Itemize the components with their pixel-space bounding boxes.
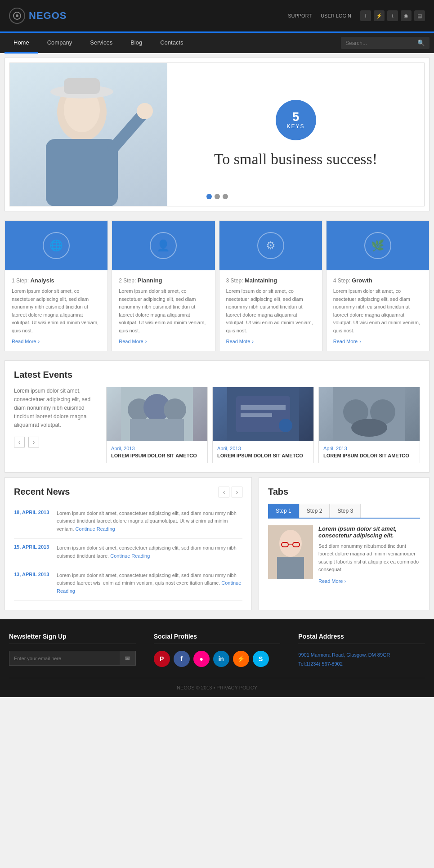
events-layout: Lorem ipsum dolor sit amet, consectetuer… (14, 387, 420, 463)
events-prev-btn[interactable]: ‹ (14, 437, 25, 447)
search-input[interactable] (341, 37, 413, 49)
step-label-1: 1 Step: Analysis (12, 277, 101, 284)
header-rss-icon[interactable]: ⚡ (374, 10, 385, 21)
news-item-3: 13, APRIL 2013 Lorem ipsum dolor sit ame… (14, 566, 242, 601)
login-link[interactable]: USER LOGIN (321, 13, 351, 18)
svg-point-10 (164, 398, 186, 421)
hero-person-svg (10, 67, 154, 206)
footer-social: Social Profiles P f ● in ⚡ S (154, 633, 281, 669)
header-twitter-icon[interactable]: t (387, 10, 398, 21)
tab-image (268, 525, 313, 579)
hero-slider: 5 KEYS To small business success! (9, 63, 425, 206)
event-date-1: April, 2013 (111, 446, 203, 451)
event-title-3: LOREM IPSUM DOLOR SIT AMETCO (323, 453, 415, 458)
footer-columns: Newsletter Sign Up ✉ Social Profiles P f… (9, 633, 425, 669)
event-title-1: LOREM IPSUM DOLOR SIT AMETCO (111, 453, 203, 458)
step-card-4: 🌿 4 Step: Growth Lorem ipsum dolor sit a… (326, 220, 430, 351)
read-more-3[interactable]: Read Mote (226, 339, 315, 344)
tab-read-more[interactable]: Read More › (318, 578, 346, 584)
steps-section: 🌐 1 Step: Analysis Lorem ipsum dolor sit… (4, 220, 430, 351)
search-button[interactable]: 🔍 (413, 37, 430, 49)
header-facebook-icon[interactable]: f (360, 10, 371, 21)
events-text-body: Lorem ipsum dolor sit amet, consectetuer… (14, 387, 99, 430)
step-icon-box-3: ⚙ (219, 221, 322, 270)
facebook-icon[interactable]: f (174, 651, 190, 667)
nav-contacts[interactable]: Contacts (151, 33, 192, 54)
newsletter-email-input[interactable] (9, 651, 120, 665)
tab-person-svg (268, 525, 313, 579)
skype-icon[interactable]: S (253, 651, 269, 667)
top-bar: NEGOS SUPPORT USER LOGIN f ⚡ t ◉ ▤ (0, 0, 434, 31)
header-feed-icon[interactable]: ◉ (401, 10, 412, 21)
tab-heading: Lorem ipsum dolor sit amet, consectetur … (318, 525, 420, 539)
events-next-btn[interactable]: › (28, 437, 39, 447)
recent-news-section: Recent News ‹ › 18, APRIL 2013 Lorem ips… (4, 477, 252, 611)
news-header: Recent News ‹ › (14, 487, 242, 497)
nav-links: Home Company Services Blog Contacts (4, 33, 192, 54)
continue-reading-1[interactable]: Continue Reading (76, 526, 115, 532)
hero-circle: 5 KEYS (276, 100, 316, 140)
dot-1[interactable] (206, 194, 212, 199)
tab-buttons: Step 1 Step 2 Step 3 (268, 504, 420, 519)
news-item-1: 18, APRIL 2013 Lorem ipsum dolor sit ame… (14, 504, 242, 539)
continue-reading-2[interactable]: Continue Reading (110, 553, 150, 559)
news-prev-btn[interactable]: ‹ (219, 487, 229, 497)
dot-3[interactable] (223, 194, 228, 199)
support-link[interactable]: SUPPORT (288, 13, 312, 18)
footer-newsletter: Newsletter Sign Up ✉ (9, 633, 136, 669)
news-item-2: 15, APRIL 2013 Lorem ipsum dolor sit ame… (14, 539, 242, 566)
header-extra-icon[interactable]: ▤ (414, 10, 425, 21)
postal-address: 9901 Marmora Road, Glasgow, DM 89GR (298, 651, 425, 660)
newsletter-submit-btn[interactable]: ✉ (120, 651, 135, 665)
nav-company[interactable]: Company (38, 33, 81, 54)
gear-icon: ⚙ (257, 232, 284, 259)
rss-icon[interactable]: ⚡ (233, 651, 249, 667)
nav-services[interactable]: Services (81, 33, 121, 54)
news-content-3: Lorem ipsum dolor sit amet, consectetuer… (57, 572, 242, 595)
read-more-4[interactable]: Read More (333, 339, 422, 344)
read-more-1[interactable]: Read More (12, 339, 101, 344)
event-card-2: April, 2013 LOREM IPSUM DOLOR SIT AMETCO (212, 387, 314, 463)
flickr-icon[interactable]: ● (193, 651, 210, 667)
event-svg-2 (227, 387, 299, 441)
events-arrows: ‹ › (14, 437, 99, 447)
social-title: Social Profiles (154, 633, 281, 644)
tab-step2-btn[interactable]: Step 2 (299, 504, 330, 518)
tab-text-content: Lorem ipsum dolor sit amet, consectetur … (318, 525, 420, 584)
logo: NEGOS (9, 8, 67, 24)
pinterest-icon[interactable]: P (154, 651, 170, 667)
news-date-1: 18, APRIL 2013 (14, 510, 50, 533)
tab-step3-btn[interactable]: Step 3 (330, 504, 361, 518)
event-img-2 (213, 387, 313, 441)
news-next-btn[interactable]: › (232, 487, 242, 497)
nav-home[interactable]: Home (4, 33, 38, 54)
hero-content: 5 KEYS To small business success! (167, 82, 424, 187)
step-card-3: ⚙ 3 Step: Maintaining Lorem ipsum dolor … (219, 220, 322, 351)
nav-bar: Home Company Services Blog Contacts 🔍 (0, 31, 434, 53)
hero-section: 5 KEYS To small business success! (4, 58, 430, 211)
tabs-title: Tabs (268, 487, 420, 497)
tab-body: Sed diam nonummy nibuismod tincidunt lao… (318, 542, 420, 574)
tab-content: Lorem ipsum dolor sit amet, consectetur … (268, 525, 420, 584)
logo-icon (9, 8, 25, 24)
search-box: 🔍 (341, 37, 430, 49)
event-card-1: April, 2013 LOREM IPSUM DOLOR SIT AMETCO (106, 387, 208, 463)
step-card-2: 👤 2 Step: Planning Lorem ipsum dolor sit… (112, 220, 215, 351)
events-description: Lorem ipsum dolor sit amet, consectetuer… (14, 387, 99, 463)
step-icon-box-1: 🌐 (5, 221, 107, 270)
dot-2[interactable] (215, 194, 220, 199)
linkedin-icon[interactable]: in (213, 651, 229, 667)
tab-step1-btn[interactable]: Step 1 (268, 504, 299, 518)
step-label-4: 4 Step: Growth (333, 277, 422, 284)
news-content-1: Lorem ipsum dolor sit amet, consectetuer… (57, 510, 242, 533)
footer-postal: Postal Address 9901 Marmora Road, Glasgo… (298, 633, 425, 669)
nav-blog[interactable]: Blog (121, 33, 151, 54)
read-more-2[interactable]: Read More (119, 339, 208, 344)
header-social-icons: f ⚡ t ◉ ▤ (360, 10, 425, 21)
svg-rect-4 (64, 78, 100, 94)
svg-rect-11 (130, 419, 184, 441)
top-links: SUPPORT USER LOGIN (288, 13, 351, 18)
newsletter-form: ✉ (9, 651, 136, 666)
postal-tel: Tel:1(234) 567-8902 (298, 660, 425, 669)
step-label-2: 2 Step: Planning (119, 277, 208, 284)
